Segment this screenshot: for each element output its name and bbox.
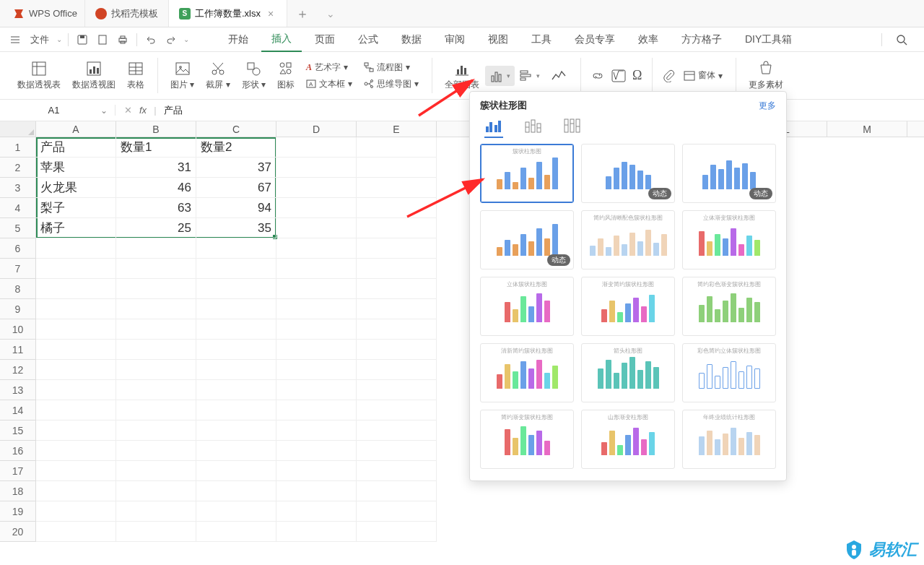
row-head-3[interactable]: 3: [0, 178, 36, 198]
attachment-button[interactable]: [659, 66, 678, 85]
row-head-17[interactable]: 17: [0, 461, 36, 481]
col-head-M[interactable]: M: [827, 121, 907, 137]
row-head-4[interactable]: 4: [0, 198, 36, 218]
col-head-E[interactable]: E: [357, 121, 437, 137]
cell-A1[interactable]: 产品: [36, 137, 116, 158]
chart-thumb-13[interactable]: 简约渐变簇状柱形图: [480, 410, 574, 469]
picture-button[interactable]: 图片 ▾: [165, 54, 200, 98]
row-head-1[interactable]: 1: [0, 137, 36, 158]
row-head-7[interactable]: 7: [0, 259, 36, 279]
close-icon[interactable]: ×: [265, 8, 276, 20]
icons-button[interactable]: 图标: [271, 54, 300, 98]
menu-review[interactable]: 审阅: [435, 27, 475, 52]
chart-thumb-1[interactable]: 簇状柱形图: [480, 144, 574, 203]
equation-button[interactable]: [608, 66, 629, 85]
redo-icon[interactable]: [162, 29, 180, 51]
row-head-16[interactable]: 16: [0, 441, 36, 461]
row-head-6[interactable]: 6: [0, 238, 36, 259]
row-head-12[interactable]: 12: [0, 360, 36, 380]
textbox-button[interactable]: A文本框 ▾: [300, 77, 358, 92]
pivot-table-button[interactable]: 数据透视表: [12, 54, 66, 98]
chevron-down-icon[interactable]: ⌄: [100, 105, 108, 116]
cancel-fx-icon[interactable]: ✕: [124, 105, 132, 116]
cell-B4[interactable]: 63: [116, 198, 196, 218]
file-menu[interactable]: 文件: [26, 29, 53, 51]
pivot-chart-button[interactable]: 数据透视图: [66, 54, 121, 98]
cell-C4[interactable]: 94: [196, 198, 276, 218]
column-chart-dropdown[interactable]: ▾: [485, 66, 515, 86]
chart-thumb-14[interactable]: 山形渐变柱形图: [581, 410, 675, 469]
chart-thumb-12[interactable]: 彩色简约立体簇状柱形图: [682, 343, 776, 402]
col-head-B[interactable]: B: [116, 121, 196, 137]
link-button[interactable]: [588, 66, 608, 86]
add-tab-button[interactable]: ＋: [287, 5, 318, 22]
menu-ffgz[interactable]: 方方格子: [671, 27, 732, 52]
menu-page[interactable]: 页面: [305, 27, 345, 52]
name-box-input[interactable]: [7, 105, 100, 116]
symbol-button[interactable]: Ω: [629, 65, 645, 86]
row-head-11[interactable]: 11: [0, 340, 36, 360]
new-icon[interactable]: [93, 29, 112, 51]
row-head-15[interactable]: 15: [0, 420, 36, 441]
row-head-9[interactable]: 9: [0, 299, 36, 319]
col-head-A[interactable]: A: [36, 121, 116, 137]
row-head-14[interactable]: 14: [0, 400, 36, 420]
cell-A5[interactable]: 橘子: [36, 218, 116, 238]
file-menu-chevron-icon[interactable]: ⌄: [55, 29, 64, 51]
chart-thumb-3[interactable]: 动态: [682, 144, 776, 203]
menu-efficiency[interactable]: 效率: [628, 27, 668, 52]
chart-thumb-7[interactable]: 立体簇状柱形图: [480, 277, 574, 336]
chart-thumb-4[interactable]: 动态: [480, 210, 574, 269]
mindmap-button[interactable]: 思维导图 ▾: [358, 77, 424, 92]
menu-formula[interactable]: 公式: [348, 27, 388, 52]
undo-icon[interactable]: [141, 29, 160, 51]
select-all-corner[interactable]: [0, 121, 36, 137]
chart-thumb-15[interactable]: 年终业绩统计柱形图: [682, 410, 776, 469]
row-head-19[interactable]: 19: [0, 501, 36, 522]
chart-thumb-5[interactable]: 简约风清晰配色簇状柱形图: [581, 210, 675, 269]
cell-B5[interactable]: 25: [116, 218, 196, 238]
row-head-20[interactable]: 20: [0, 522, 36, 542]
hamburger-icon[interactable]: [6, 29, 25, 51]
chart-thumb-9[interactable]: 简约彩色渐变簇状柱形图: [682, 277, 776, 336]
tab-workbook[interactable]: S 工作簿数量.xlsx ×: [169, 0, 287, 27]
tab-menu-chevron-icon[interactable]: ⌄: [318, 8, 344, 20]
chart-thumb-8[interactable]: 渐变简约簇状柱形图: [581, 277, 675, 336]
name-box[interactable]: ⌄: [0, 105, 116, 116]
formula-value[interactable]: 产品: [164, 104, 183, 117]
cell-A4[interactable]: 梨子: [36, 198, 116, 218]
save-icon[interactable]: [73, 29, 92, 51]
percent-stacked-bar-icon[interactable]: [562, 118, 581, 134]
chart-thumb-6[interactable]: 立体渐变簇状柱形图: [682, 210, 776, 269]
more-link[interactable]: 更多: [759, 100, 776, 112]
cell-C3[interactable]: 67: [196, 178, 276, 198]
flowchart-button[interactable]: 流程图 ▾: [358, 60, 424, 75]
row-head-8[interactable]: 8: [0, 279, 36, 299]
tab-templates[interactable]: 找稻壳模板: [85, 0, 169, 27]
bar-chart-dropdown[interactable]: ▾: [515, 66, 544, 86]
col-head-D[interactable]: D: [276, 121, 357, 137]
cell-C2[interactable]: 37: [196, 158, 276, 178]
table-button[interactable]: 表格: [121, 54, 150, 98]
cell-A3[interactable]: 火龙果: [36, 178, 116, 198]
cell-B1[interactable]: 数量1: [116, 137, 196, 158]
menu-insert[interactable]: 插入: [261, 27, 302, 52]
cell-C5[interactable]: 35: [196, 218, 276, 238]
chart-thumb-11[interactable]: 箭头柱形图: [581, 343, 675, 402]
menu-view[interactable]: 视图: [478, 27, 518, 52]
cell-A2[interactable]: 苹果: [36, 158, 116, 178]
clustered-bar-icon[interactable]: [484, 118, 503, 134]
col-head-C[interactable]: C: [196, 121, 276, 137]
menu-diy[interactable]: DIY工具箱: [735, 27, 802, 52]
chart-thumb-10[interactable]: 清新简约簇状柱形图: [480, 343, 574, 402]
wordart-button[interactable]: A艺术字 ▾: [300, 60, 358, 75]
row-head-2[interactable]: 2: [0, 158, 36, 178]
print-icon[interactable]: [113, 29, 132, 51]
row-head-5[interactable]: 5: [0, 218, 36, 238]
search-icon[interactable]: [891, 29, 912, 51]
fx-icon[interactable]: fx: [139, 105, 147, 116]
chart-thumb-2[interactable]: 动态: [581, 144, 675, 203]
shapes-button[interactable]: 形状 ▾: [236, 54, 271, 98]
menu-vip[interactable]: 会员专享: [565, 27, 625, 52]
cell-B2[interactable]: 31: [116, 158, 196, 178]
